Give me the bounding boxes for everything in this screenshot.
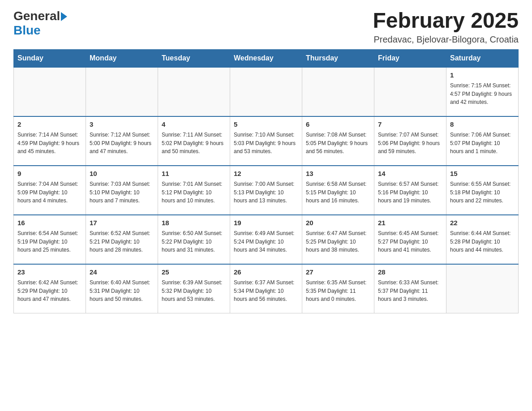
calendar-cell: 2Sunrise: 7:14 AM Sunset: 4:59 PM Daylig…: [14, 116, 86, 166]
calendar-cell: 24Sunrise: 6:40 AM Sunset: 5:31 PM Dayli…: [86, 264, 158, 313]
calendar-cell: 16Sunrise: 6:54 AM Sunset: 5:19 PM Dayli…: [14, 215, 86, 264]
header-sunday: Sunday: [14, 49, 86, 67]
day-number: 19: [234, 218, 298, 228]
calendar-cell: 6Sunrise: 7:08 AM Sunset: 5:05 PM Daylig…: [302, 116, 374, 166]
day-number: 8: [450, 120, 515, 130]
day-info: Sunrise: 7:14 AM Sunset: 4:59 PM Dayligh…: [17, 131, 82, 156]
day-info: Sunrise: 6:39 AM Sunset: 5:32 PM Dayligh…: [162, 278, 226, 304]
calendar-cell: 8Sunrise: 7:06 AM Sunset: 5:07 PM Daylig…: [446, 116, 519, 166]
logo-blue-text: Blue: [13, 23, 67, 38]
calendar-cell: [86, 67, 158, 116]
calendar-cell: 25Sunrise: 6:39 AM Sunset: 5:32 PM Dayli…: [158, 264, 230, 313]
calendar-cell: 14Sunrise: 6:57 AM Sunset: 5:16 PM Dayli…: [374, 166, 446, 215]
calendar-cell: 19Sunrise: 6:49 AM Sunset: 5:24 PM Dayli…: [230, 215, 302, 264]
calendar-cell: 11Sunrise: 7:01 AM Sunset: 5:12 PM Dayli…: [158, 166, 230, 215]
calendar-cell: 4Sunrise: 7:11 AM Sunset: 5:02 PM Daylig…: [158, 116, 230, 166]
calendar-week-3: 9Sunrise: 7:04 AM Sunset: 5:09 PM Daylig…: [14, 166, 519, 215]
day-number: 4: [162, 120, 226, 130]
calendar-cell: [446, 264, 519, 313]
calendar-cell: [14, 67, 86, 116]
calendar-cell: 26Sunrise: 6:37 AM Sunset: 5:34 PM Dayli…: [230, 264, 302, 313]
header-saturday: Saturday: [446, 49, 519, 67]
location-subtitle: Predavac, Bjelovar-Bilogora, Croatia: [373, 34, 519, 45]
day-number: 24: [90, 267, 154, 278]
day-number: 6: [306, 120, 370, 130]
day-info: Sunrise: 7:04 AM Sunset: 5:09 PM Dayligh…: [17, 180, 82, 205]
calendar-cell: 13Sunrise: 6:58 AM Sunset: 5:15 PM Dayli…: [302, 166, 374, 215]
day-info: Sunrise: 7:10 AM Sunset: 5:03 PM Dayligh…: [234, 131, 298, 156]
day-info: Sunrise: 6:44 AM Sunset: 5:28 PM Dayligh…: [450, 229, 515, 254]
day-number: 17: [90, 218, 154, 228]
calendar-week-5: 23Sunrise: 6:42 AM Sunset: 5:29 PM Dayli…: [14, 264, 519, 313]
header-wednesday: Wednesday: [230, 49, 302, 67]
day-info: Sunrise: 7:03 AM Sunset: 5:10 PM Dayligh…: [90, 180, 154, 205]
day-info: Sunrise: 6:45 AM Sunset: 5:27 PM Dayligh…: [378, 229, 442, 254]
day-number: 21: [378, 218, 442, 228]
day-number: 14: [378, 169, 442, 179]
calendar-cell: 20Sunrise: 6:47 AM Sunset: 5:25 PM Dayli…: [302, 215, 374, 264]
calendar-cell: 5Sunrise: 7:10 AM Sunset: 5:03 PM Daylig…: [230, 116, 302, 166]
day-info: Sunrise: 6:42 AM Sunset: 5:29 PM Dayligh…: [17, 278, 82, 304]
day-number: 15: [450, 169, 515, 179]
day-info: Sunrise: 7:12 AM Sunset: 5:00 PM Dayligh…: [90, 131, 154, 156]
calendar-cell: 27Sunrise: 6:35 AM Sunset: 5:35 PM Dayli…: [302, 264, 374, 313]
calendar-cell: 3Sunrise: 7:12 AM Sunset: 5:00 PM Daylig…: [86, 116, 158, 166]
day-info: Sunrise: 6:37 AM Sunset: 5:34 PM Dayligh…: [234, 278, 298, 304]
day-info: Sunrise: 6:47 AM Sunset: 5:25 PM Dayligh…: [306, 229, 370, 254]
day-info: Sunrise: 7:07 AM Sunset: 5:06 PM Dayligh…: [378, 131, 442, 156]
calendar-cell: [374, 67, 446, 116]
header-monday: Monday: [86, 49, 158, 67]
day-number: 5: [234, 120, 298, 130]
day-info: Sunrise: 6:35 AM Sunset: 5:35 PM Dayligh…: [306, 278, 370, 304]
calendar-cell: 1Sunrise: 7:15 AM Sunset: 4:57 PM Daylig…: [446, 67, 519, 116]
day-info: Sunrise: 6:57 AM Sunset: 5:16 PM Dayligh…: [378, 180, 442, 205]
day-number: 18: [162, 218, 226, 228]
day-info: Sunrise: 7:08 AM Sunset: 5:05 PM Dayligh…: [306, 131, 370, 156]
month-title: February 2025: [373, 9, 519, 33]
calendar-cell: 23Sunrise: 6:42 AM Sunset: 5:29 PM Dayli…: [14, 264, 86, 313]
calendar-cell: [230, 67, 302, 116]
day-number: 2: [17, 120, 82, 130]
header-friday: Friday: [374, 49, 446, 67]
day-info: Sunrise: 7:06 AM Sunset: 5:07 PM Dayligh…: [450, 131, 515, 156]
header-tuesday: Tuesday: [158, 49, 230, 67]
day-number: 22: [450, 218, 515, 228]
day-number: 20: [306, 218, 370, 228]
day-info: Sunrise: 6:33 AM Sunset: 5:37 PM Dayligh…: [378, 278, 442, 304]
calendar-cell: 18Sunrise: 6:50 AM Sunset: 5:22 PM Dayli…: [158, 215, 230, 264]
calendar-cell: 7Sunrise: 7:07 AM Sunset: 5:06 PM Daylig…: [374, 116, 446, 166]
day-info: Sunrise: 6:58 AM Sunset: 5:15 PM Dayligh…: [306, 180, 370, 205]
day-number: 27: [306, 267, 370, 278]
calendar-cell: 17Sunrise: 6:52 AM Sunset: 5:21 PM Dayli…: [86, 215, 158, 264]
calendar-cell: 12Sunrise: 7:00 AM Sunset: 5:13 PM Dayli…: [230, 166, 302, 215]
day-info: Sunrise: 7:15 AM Sunset: 4:57 PM Dayligh…: [450, 81, 515, 107]
page-header: General Blue February 2025 Predavac, Bje…: [13, 9, 519, 45]
calendar-cell: 10Sunrise: 7:03 AM Sunset: 5:10 PM Dayli…: [86, 166, 158, 215]
calendar-header: Sunday Monday Tuesday Wednesday Thursday…: [14, 49, 519, 67]
day-info: Sunrise: 6:52 AM Sunset: 5:21 PM Dayligh…: [90, 229, 154, 254]
day-number: 11: [162, 169, 226, 179]
day-info: Sunrise: 7:01 AM Sunset: 5:12 PM Dayligh…: [162, 180, 226, 205]
calendar-cell: [302, 67, 374, 116]
calendar-cell: 22Sunrise: 6:44 AM Sunset: 5:28 PM Dayli…: [446, 215, 519, 264]
title-section: February 2025 Predavac, Bjelovar-Bilogor…: [373, 9, 519, 45]
day-number: 9: [17, 169, 82, 179]
logo-arrow-icon: [61, 12, 67, 21]
day-info: Sunrise: 6:54 AM Sunset: 5:19 PM Dayligh…: [17, 229, 82, 254]
day-number: 23: [17, 267, 82, 278]
calendar-body: 1Sunrise: 7:15 AM Sunset: 4:57 PM Daylig…: [14, 67, 519, 313]
calendar-cell: 9Sunrise: 7:04 AM Sunset: 5:09 PM Daylig…: [14, 166, 86, 215]
day-number: 28: [378, 267, 442, 278]
logo: General Blue: [13, 9, 67, 38]
calendar-cell: 21Sunrise: 6:45 AM Sunset: 5:27 PM Dayli…: [374, 215, 446, 264]
day-info: Sunrise: 7:00 AM Sunset: 5:13 PM Dayligh…: [234, 180, 298, 205]
header-thursday: Thursday: [302, 49, 374, 67]
day-info: Sunrise: 6:55 AM Sunset: 5:18 PM Dayligh…: [450, 180, 515, 205]
day-info: Sunrise: 6:40 AM Sunset: 5:31 PM Dayligh…: [90, 278, 154, 304]
day-number: 12: [234, 169, 298, 179]
calendar-cell: 15Sunrise: 6:55 AM Sunset: 5:18 PM Dayli…: [446, 166, 519, 215]
day-info: Sunrise: 6:49 AM Sunset: 5:24 PM Dayligh…: [234, 229, 298, 254]
day-number: 26: [234, 267, 298, 278]
calendar-week-4: 16Sunrise: 6:54 AM Sunset: 5:19 PM Dayli…: [14, 215, 519, 264]
day-info: Sunrise: 6:50 AM Sunset: 5:22 PM Dayligh…: [162, 229, 226, 254]
